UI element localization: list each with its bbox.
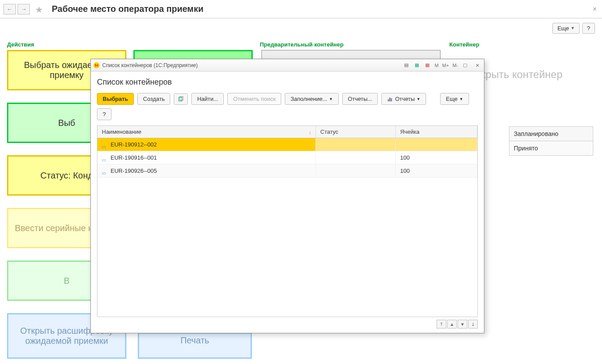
- calendar-icon[interactable]: ▦: [413, 61, 421, 69]
- col-precontainer-header: Предварительный контейнер: [260, 41, 344, 48]
- page-close-icon[interactable]: ×: [593, 5, 597, 13]
- caret-down-icon: ▼: [329, 97, 333, 101]
- th-status-label: Статус: [320, 128, 338, 135]
- caret-down-icon: ▼: [571, 26, 575, 30]
- select-button-label: Выбрать: [103, 96, 128, 102]
- tile-label: Печать: [180, 335, 209, 346]
- tile-label: В: [64, 276, 69, 286]
- calc-mminus-button[interactable]: M-: [452, 63, 458, 68]
- table-row[interactable]: EUR-190912--002: [97, 138, 477, 151]
- calendar31-icon[interactable]: ▦: [423, 61, 431, 69]
- dialog-more-label: Еще: [446, 96, 457, 102]
- find-button-label: Найти...: [197, 96, 218, 102]
- create-button[interactable]: Создать: [137, 93, 170, 105]
- svg-rect-4: [391, 98, 392, 101]
- create-button-label: Создать: [143, 96, 165, 102]
- column-headers: Действия Предварительный контейнер Конте…: [7, 41, 595, 50]
- dialog-help-label: ?: [103, 111, 106, 118]
- dialog-titlebar[interactable]: 1c Список контейнеров (1С:Предприятие) ▤…: [91, 59, 484, 71]
- reports2-button-label: Отчеты: [395, 96, 415, 102]
- sort-down-icon: ↓: [309, 129, 312, 135]
- rt-accepted: Принято: [509, 141, 593, 155]
- fill-button[interactable]: Заполнение... ▼: [285, 93, 339, 105]
- dialog-body: Список контейнеров Выбрать Создать Найти…: [91, 71, 484, 333]
- table-row[interactable]: EUR-190926--005 100: [97, 164, 477, 178]
- select-button[interactable]: Выбрать: [97, 93, 134, 105]
- row-icon: [102, 143, 107, 146]
- th-cell-label: Ячейка: [400, 128, 419, 135]
- window-maximize-icon[interactable]: ▢: [461, 61, 469, 69]
- cancel-search-label: Отменить поиск: [233, 96, 276, 102]
- table-body: EUR-190912--002 EUR-190916--001 100 EUR-…: [97, 138, 477, 317]
- cancel-search-button: Отменить поиск: [227, 93, 281, 105]
- container-list-dialog: 1c Список контейнеров (1С:Предприятие) ▤…: [90, 59, 484, 333]
- page-title: Рабочее место оператора приемки: [52, 4, 204, 14]
- find-button[interactable]: Найти...: [191, 93, 224, 105]
- cell-cell: 100: [400, 154, 410, 161]
- tile-print: Печать: [138, 332, 252, 359]
- caret-down-icon: ▼: [416, 97, 420, 101]
- dialog-title-text: Список контейнеров (1С:Предприятие): [102, 62, 198, 68]
- favorite-star-icon[interactable]: ★: [35, 4, 45, 14]
- cell-name: EUR-190912--002: [111, 141, 157, 148]
- dialog-close-icon[interactable]: ×: [473, 61, 481, 69]
- th-status[interactable]: Статус: [316, 126, 396, 138]
- caret-down-icon: ▼: [459, 97, 463, 101]
- col-container-header: Контейнер: [449, 41, 479, 48]
- fill-button-label: Заполнение...: [290, 96, 327, 102]
- right-summary-table: Запланировано Принято: [509, 126, 593, 156]
- scroll-bottom-button[interactable]: ⤓: [468, 320, 478, 328]
- row-icon: [102, 169, 107, 173]
- copy-button[interactable]: [174, 93, 188, 105]
- scroll-down-button[interactable]: ▼: [458, 320, 467, 328]
- col-actions-header: Действия: [7, 41, 34, 48]
- table-row[interactable]: EUR-190916--001 100: [97, 151, 477, 164]
- svg-rect-3: [390, 97, 391, 101]
- tile-label: Статус: Конд: [40, 171, 93, 181]
- dialog-more-button[interactable]: Еще ▼: [440, 93, 469, 105]
- help-button-label: ?: [587, 25, 590, 32]
- reports2-button[interactable]: Отчеты ▼: [381, 93, 426, 105]
- dialog-toolbar: Выбрать Создать Найти... Отменить поиск …: [97, 93, 478, 120]
- precontainer-input[interactable]: [262, 50, 441, 60]
- cell-name: EUR-190926--005: [111, 168, 157, 174]
- scroll-top-button[interactable]: ⤒: [437, 320, 446, 328]
- svg-rect-2: [388, 99, 389, 101]
- dialog-footer: ⤒ ▲ ▼ ⤓: [97, 317, 478, 328]
- th-name-label: Наименование: [102, 128, 141, 135]
- dialog-heading: Список контейнеров: [97, 78, 478, 87]
- scroll-up-button[interactable]: ▲: [447, 320, 457, 328]
- nav-back-button[interactable]: ←: [4, 4, 16, 14]
- help-button[interactable]: ?: [582, 23, 595, 34]
- dialog-help-button[interactable]: ?: [97, 108, 111, 120]
- more-button[interactable]: Еще ▼: [552, 23, 579, 34]
- open-container-label-partial: крыть контейнер: [481, 68, 563, 81]
- copy-icon: [178, 96, 184, 102]
- calc-mplus-button[interactable]: M+: [442, 63, 449, 68]
- row-icon: [102, 156, 107, 160]
- th-name[interactable]: Наименование ↓: [97, 126, 316, 138]
- sub-bar: Еще ▼ ?: [0, 18, 602, 38]
- reports-button-label: Отчеты...: [348, 96, 373, 102]
- calc-m-button[interactable]: M: [434, 63, 438, 68]
- cell-name: EUR-190916--001: [111, 154, 157, 161]
- rt-planned: Запланировано: [509, 127, 593, 141]
- top-bar: ← → ★ Рабочее место оператора приемки ×: [0, 0, 602, 18]
- 1c-logo-icon: 1c: [93, 62, 100, 68]
- th-cell[interactable]: Ячейка: [396, 126, 477, 138]
- container-table: Наименование ↓ Статус Ячейка EUR-190912-…: [97, 125, 478, 317]
- nav-forward-button[interactable]: →: [18, 4, 30, 14]
- chart-icon: [387, 96, 393, 102]
- doc-icon[interactable]: ▤: [402, 61, 410, 69]
- more-button-label: Еще: [557, 25, 569, 32]
- reports-button[interactable]: Отчеты...: [342, 93, 378, 105]
- tile-label: Выб: [58, 118, 75, 128]
- cell-cell: 100: [400, 168, 410, 174]
- table-header: Наименование ↓ Статус Ячейка: [97, 126, 477, 138]
